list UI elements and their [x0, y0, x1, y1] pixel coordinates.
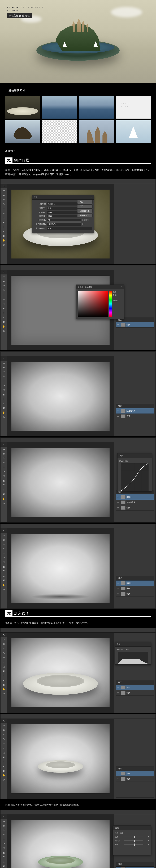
- tool-icon[interactable]: ⊹: [1, 465, 7, 469]
- visibility-icon[interactable]: 👁: [117, 778, 120, 780]
- color-picker-dialog[interactable]: 拾色器（前景色）× 确定 取消 # 9c9c9c: [76, 284, 124, 319]
- layer-row[interactable]: 👁背景: [116, 322, 154, 328]
- layers-panel[interactable]: 图层 👁盘子 👁背景: [116, 766, 154, 798]
- curves-preset[interactable]: 预设：自定: [119, 460, 150, 462]
- tool-icon[interactable]: ✑: [1, 841, 7, 846]
- visibility-icon[interactable]: 👁: [117, 687, 120, 688]
- layers-panel[interactable]: 图层 👁曲线 1 👁渐变填充 1 👁背景: [116, 490, 154, 521]
- tool-icon[interactable]: ✎: [1, 737, 7, 741]
- tool-icon[interactable]: ✋: [1, 410, 7, 415]
- ps-panels-right[interactable]: 图层 👁渐变填充 1 👁背景: [114, 356, 155, 436]
- layers-panel[interactable]: 图层 👁色彩平衡 1 👁盘子 👁背景: [116, 862, 154, 868]
- ps-toolbar[interactable]: ↖▭◉✂✎⊹✑⬚◐T▲◧✋⊕: [1, 719, 7, 799]
- tool-icon[interactable]: ⊹: [1, 292, 7, 297]
- ps-menubar[interactable]: [1, 266, 155, 270]
- tool-icon[interactable]: ◐: [1, 392, 7, 397]
- tool-icon[interactable]: ⊕: [1, 777, 7, 782]
- visibility-icon[interactable]: 👁: [117, 773, 120, 775]
- tool-icon[interactable]: ⊕: [1, 243, 7, 247]
- tool-icon[interactable]: ✂: [1, 646, 7, 651]
- tool-icon[interactable]: ⊕: [1, 587, 7, 591]
- ok-button[interactable]: 确定: [113, 291, 122, 293]
- layer-row[interactable]: 👁渐变填充 1: [116, 500, 154, 505]
- layer-row[interactable]: 👁背景: [116, 776, 154, 782]
- ps-menubar[interactable]: [1, 179, 155, 184]
- tool-icon[interactable]: ✑: [1, 555, 7, 560]
- resolution-input[interactable]: 72: [47, 219, 81, 221]
- tool-icon[interactable]: ▭: [1, 533, 7, 537]
- tool-icon[interactable]: ⬚: [1, 388, 7, 392]
- tool-icon[interactable]: ◉: [1, 279, 7, 283]
- save-preset-button[interactable]: 存储预设(S)...: [77, 209, 92, 213]
- height-input[interactable]: 1300: [47, 215, 81, 218]
- tool-icon[interactable]: ▲: [1, 401, 7, 406]
- tool-icon[interactable]: ↖: [1, 632, 7, 637]
- tool-icon[interactable]: ⬚: [1, 664, 7, 669]
- visibility-icon[interactable]: 👁: [117, 582, 120, 584]
- visibility-icon[interactable]: 👁: [117, 415, 120, 417]
- new-document-dialog[interactable]: 新建 × 名称(N):未标题-1 预设(P):自定 宽度(W):2000像素 高…: [32, 195, 94, 233]
- tool-icon[interactable]: ✑: [1, 746, 7, 750]
- tool-icon[interactable]: ▲: [1, 229, 7, 234]
- tool-icon[interactable]: ⬚: [1, 302, 7, 306]
- tool-icon[interactable]: ⊹: [1, 551, 7, 555]
- saturation-slider[interactable]: [124, 840, 143, 841]
- tool-icon[interactable]: ↖: [1, 814, 7, 819]
- visibility-icon[interactable]: 👁: [117, 593, 120, 595]
- tool-icon[interactable]: ✂: [1, 456, 7, 460]
- ps-panels-right[interactable]: [114, 184, 155, 264]
- tool-icon[interactable]: ✂: [1, 197, 7, 202]
- ps-menubar[interactable]: [1, 524, 155, 528]
- visibility-icon[interactable]: 👁: [117, 507, 120, 509]
- tool-icon[interactable]: ◉: [1, 824, 7, 828]
- tool-icon[interactable]: ✑: [1, 211, 7, 215]
- tool-icon[interactable]: ⊕: [1, 415, 7, 419]
- tool-icon[interactable]: ◉: [1, 537, 7, 542]
- visibility-icon[interactable]: 👁: [117, 501, 120, 503]
- tool-icon[interactable]: ✎: [1, 460, 7, 465]
- tool-icon[interactable]: T: [1, 673, 7, 678]
- tool-icon[interactable]: ✑: [1, 383, 7, 388]
- layers-panel[interactable]: 图层 👁渐变填充 1 👁背景: [116, 404, 154, 435]
- tool-icon[interactable]: ✎: [1, 651, 7, 655]
- tool-icon[interactable]: ✂: [1, 828, 7, 832]
- tool-icon[interactable]: T: [1, 224, 7, 229]
- color-balance-panel[interactable]: 属性 预设：自定 色相：0 饱和度：0 明度：0: [113, 826, 151, 855]
- tool-icon[interactable]: ◧: [1, 319, 7, 324]
- tool-icon[interactable]: ✂: [1, 370, 7, 374]
- ps-toolbar[interactable]: ↖▭◉✂✎⊹✑⬚◐T▲◧✋⊕: [1, 356, 7, 436]
- tool-icon[interactable]: ◐: [1, 306, 7, 311]
- tool-icon[interactable]: ▲: [1, 764, 7, 768]
- tool-icon[interactable]: ↖: [1, 442, 7, 447]
- tool-icon[interactable]: ⬚: [1, 750, 7, 755]
- visibility-icon[interactable]: 👁: [117, 588, 120, 590]
- tool-icon[interactable]: ✎: [1, 374, 7, 379]
- tool-icon[interactable]: ◧: [1, 234, 7, 238]
- tool-icon[interactable]: ⊕: [1, 691, 7, 696]
- ps-menubar[interactable]: [1, 810, 155, 814]
- ps-toolbar[interactable]: ↖▭◉✂✎⊹✑⬚◐T▲◧✋⊕: [1, 814, 7, 868]
- ps-menubar[interactable]: [1, 628, 155, 632]
- tool-icon[interactable]: ⊹: [1, 741, 7, 746]
- tool-icon[interactable]: ◧: [1, 768, 7, 773]
- tool-icon[interactable]: ◧: [1, 578, 7, 582]
- tool-icon[interactable]: ◉: [1, 451, 7, 456]
- tool-icon[interactable]: ✑: [1, 297, 7, 302]
- tool-icon[interactable]: ✋: [1, 238, 7, 243]
- tool-icon[interactable]: ✋: [1, 324, 7, 329]
- tool-icon[interactable]: ▲: [1, 860, 7, 864]
- tool-icon[interactable]: ◉: [1, 365, 7, 370]
- tool-icon[interactable]: ↖: [1, 184, 7, 188]
- tool-icon[interactable]: ▭: [1, 637, 7, 642]
- tool-icon[interactable]: ◉: [1, 728, 7, 732]
- visibility-icon[interactable]: 👁: [117, 410, 120, 412]
- tool-icon[interactable]: T: [1, 855, 7, 860]
- tool-icon[interactable]: ✂: [1, 542, 7, 546]
- layers-panel[interactable]: 图层 👁图层 1 👁曲线 1 👁背景: [116, 576, 154, 607]
- ps-toolbar[interactable]: ↖▭◉✂✎⊹✑⬚◐T▲◧✋⊕: [1, 632, 7, 713]
- levels-panel[interactable]: 属性 预设：自定 · RGB: [115, 642, 151, 664]
- tool-icon[interactable]: T: [1, 483, 7, 487]
- tool-icon[interactable]: ✎: [1, 202, 7, 207]
- tool-icon[interactable]: ◐: [1, 850, 7, 855]
- tool-icon[interactable]: ▭: [1, 275, 7, 279]
